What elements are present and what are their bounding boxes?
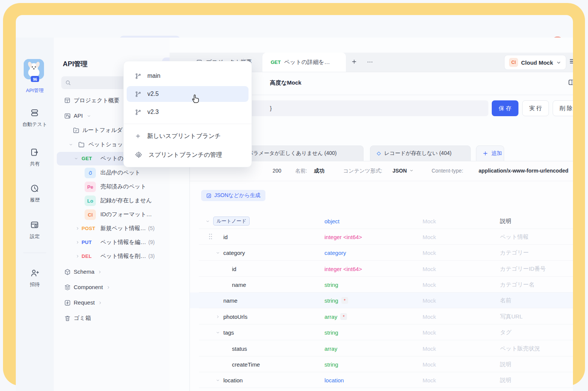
expander-right-icon[interactable]	[76, 254, 80, 258]
schema-row-tags[interactable]: tagsstringMockタグ	[190, 324, 573, 340]
field-type[interactable]: string	[324, 277, 338, 292]
mock-placeholder[interactable]: Mock	[423, 372, 436, 388]
field-description[interactable]: ペット情報	[500, 229, 529, 245]
field-description[interactable]: タグ	[500, 324, 512, 340]
tree-item-15[interactable]: ゴミ箱	[54, 312, 167, 325]
field-type[interactable]: location	[324, 372, 344, 388]
mock-placeholder[interactable]: Mock	[423, 341, 436, 356]
field-name: id	[232, 261, 236, 277]
rail-item-履歴[interactable]: 履歴	[16, 184, 54, 203]
tab-advanced-mock[interactable]: 高度なMock	[270, 79, 302, 86]
schema-row-id[interactable]: idinteger <int64>Mockペット情報	[190, 229, 573, 245]
schema-row-id[interactable]: idinteger <int64>MockカテゴリーID番号	[190, 261, 573, 277]
more-tabs-icon[interactable]	[367, 59, 373, 65]
field-type[interactable]: string	[324, 324, 338, 340]
mock-placeholder[interactable]: Mock	[423, 213, 436, 229]
expander-down-icon[interactable]	[74, 156, 79, 161]
schema-row-createTime[interactable]: createTimestringMock説明	[190, 356, 573, 372]
root-node-tag[interactable]: ルートノード	[213, 217, 250, 226]
schema-row-location[interactable]: locationlocationMock説明	[190, 372, 573, 388]
tree-item-7[interactable]: Lo記録が存在しません	[54, 194, 167, 208]
environment-selector[interactable]: Cl Cloud Mock	[504, 55, 566, 70]
expander-down-icon[interactable]	[69, 142, 73, 147]
field-type[interactable]: string	[324, 356, 338, 372]
rail-item-API管理[interactable]: 96API管理	[16, 74, 54, 94]
field-description[interactable]: ペット販売状況	[500, 341, 540, 356]
new-tab-icon[interactable]	[351, 59, 357, 65]
tree-item-13[interactable]: Component	[54, 281, 167, 294]
field-description[interactable]: 説明	[500, 372, 511, 388]
schema-row-name[interactable]: namestring*Mock名前	[190, 292, 573, 308]
expander-right-icon[interactable]	[106, 285, 111, 289]
branch-option-v2.3[interactable]: v2.3	[127, 104, 249, 120]
field-type[interactable]: object	[324, 213, 339, 229]
save-button[interactable]: 保存	[492, 100, 518, 116]
schema-row-name[interactable]: namestringMockカテゴリー名	[190, 277, 573, 292]
field-description[interactable]: カテゴリー	[500, 245, 529, 261]
branch-menu-action-1[interactable]: スプリントブランチの管理	[127, 147, 249, 163]
tree-item-8[interactable]: ClIDのフォーマット…	[54, 208, 167, 221]
mock-path-input[interactable]: }	[226, 100, 488, 116]
schema-row-status[interactable]: statusarrayMockペット販売状況	[190, 341, 573, 356]
tree-item-put-10[interactable]: PUTペット情報を編…(9)	[54, 236, 167, 249]
field-type[interactable]: category	[324, 245, 346, 261]
generate-from-json-button[interactable]: JSONなどから生成	[201, 190, 265, 201]
field-type[interactable]: integer <int64>	[324, 229, 362, 245]
tree-item-14[interactable]: Request	[54, 296, 167, 310]
rail-item-共有[interactable]: 共有	[16, 148, 54, 167]
mock-placeholder[interactable]: Mock	[423, 229, 436, 245]
mock-placeholder[interactable]: Mock	[423, 356, 436, 372]
tree-item-6[interactable]: Pe売却済みのペット	[54, 180, 167, 194]
field-type[interactable]: integer <int64>	[324, 261, 362, 277]
branch-option-v2.5[interactable]: v2.5	[127, 86, 249, 102]
delete-button[interactable]: 削除	[553, 100, 573, 116]
expander-right-icon[interactable]	[76, 226, 80, 230]
mock-placeholder[interactable]: Mock	[423, 324, 436, 340]
branch-option-main[interactable]: main	[127, 68, 249, 84]
field-description[interactable]: 説明	[500, 213, 511, 229]
expander-right-icon[interactable]	[98, 301, 102, 305]
field-type[interactable]: string*	[324, 292, 348, 308]
schema-row-ルートノード[interactable]: ルートノードobjectMock説明	[190, 213, 573, 229]
field-type[interactable]: array*	[324, 309, 347, 324]
hamburger-menu-icon[interactable]	[569, 57, 573, 65]
branch-menu-action-0[interactable]: 新しいスプリントブランチ	[127, 128, 249, 144]
drag-handle-icon[interactable]	[209, 233, 212, 239]
schema-row-category[interactable]: categorycategoryMockカテゴリー	[190, 245, 573, 261]
tree-item-12[interactable]: Schema	[54, 265, 167, 279]
field-description[interactable]: 説明	[500, 356, 511, 372]
expander-down-icon[interactable]	[87, 114, 91, 118]
format-select[interactable]: JSON	[393, 168, 407, 174]
expander-right-icon[interactable]	[216, 309, 220, 324]
mock-placeholder[interactable]: Mock	[423, 277, 436, 292]
expander-down-icon[interactable]	[216, 372, 220, 388]
tree-item-del-11[interactable]: DELペット情報を削…(3)	[54, 250, 167, 263]
schema-row-photoUrls[interactable]: photoUrlsarray*Mock写真URL	[190, 309, 573, 324]
tree-item-5[interactable]: 出品中のペット	[54, 166, 167, 180]
rail-item-自動テスト[interactable]: 自動テスト	[16, 108, 54, 128]
expander-down-icon[interactable]	[206, 213, 210, 229]
rail-item-招待[interactable]: 招待	[16, 268, 54, 288]
expander-right-icon[interactable]	[76, 240, 80, 244]
expander-down-icon[interactable]	[216, 324, 220, 340]
field-description[interactable]: カテゴリーID番号	[500, 261, 546, 277]
mock-placeholder[interactable]: Mock	[423, 261, 436, 277]
expander-right-icon[interactable]	[98, 270, 102, 274]
mock-placeholder[interactable]: Mock	[423, 309, 436, 324]
split-panel-icon[interactable]	[568, 79, 573, 86]
field-description[interactable]: 写真URL	[500, 309, 523, 324]
window-titlebar: Home ペットストア	[16, 15, 573, 38]
field-description[interactable]: カテゴリー名	[500, 277, 534, 292]
response-tab-1[interactable]: レコードが存在しない (404)	[370, 145, 471, 161]
field-description[interactable]: 名前	[500, 292, 511, 308]
mock-placeholder[interactable]: Mock	[423, 245, 436, 261]
rail-item-設定[interactable]: 設定	[16, 220, 54, 240]
field-type[interactable]: array	[324, 341, 337, 356]
response-tab-2[interactable]: 追加	[476, 145, 504, 161]
tree-item-post-9[interactable]: POST新規ペット情報…(5)	[54, 222, 167, 235]
doc-tab-1[interactable]: GETペットの詳細を…	[262, 53, 346, 72]
mock-placeholder[interactable]: Mock	[423, 292, 436, 308]
response-tab-0[interactable]: パラメータが正しくありません (400)	[241, 145, 364, 161]
run-button[interactable]: 実行	[522, 100, 549, 116]
expander-down-icon[interactable]	[216, 245, 220, 261]
